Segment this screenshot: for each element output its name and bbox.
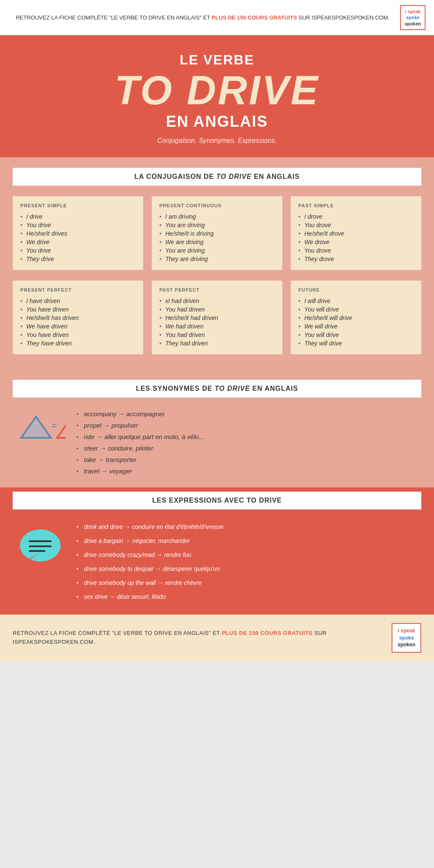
top-logo: i speak spoke spoken [400,5,426,30]
list-item: He/she/it will drive [298,314,414,322]
list-item: I drove [298,212,414,221]
tense-present-perfect: PRESENT PERFECT I have driven You have d… [13,281,143,354]
list-item: You had driven [159,331,275,339]
tense-past-simple-list: I drove You drove He/she/it drove We dro… [298,212,414,263]
expressions-section: LES EXPRESSIONS AVEC TO DRIVE drin [0,487,434,615]
list-item: He/she/it has driven [20,314,136,322]
bottom-banner: RETROUVEZ LA FICHE COMPLÈTE "LE VERBE TO… [0,615,434,661]
list-item: I have driven [20,297,136,305]
tense-present-simple-title: PRESENT SIMPLE [20,203,136,208]
page: RETROUVEZ LA FICHE COMPLÈTE "LE VERBE TO… [0,0,434,661]
synonymes-title: LES SYNONYMES DE TO DRIVE EN ANGLAIS [13,380,421,398]
tense-past-perfect-title: PAST PERFECT [159,287,275,292]
tense-past-perfect-list: xI had driven You had driven He/she/it h… [159,297,275,348]
bottom-highlight1: PLUS DE 150 COURS GRATUITS [222,630,312,636]
list-item: I will drive [298,297,414,305]
synonymes-content: = accompany → accompagner propel → propu… [13,408,421,477]
list-item: You will drive [298,331,414,339]
list-item: He/she/it drove [298,229,414,238]
list-item: You drove [298,221,414,229]
tense-present-perfect-title: PRESENT PERFECT [20,287,136,292]
tense-grid-row2: PRESENT PERFECT I have driven You have d… [13,281,421,354]
top-banner-text1: RETROUVEZ LA FICHE COMPLÈTE "LE VERBE TO… [16,14,210,21]
svg-marker-1 [23,419,49,437]
list-item: We have driven [20,322,136,331]
hero-to-drive: TO DRIVE [8,70,426,111]
hero-le-verbe: LE VERBE [8,52,426,68]
list-item: We had driven [159,322,275,331]
list-item: You will drive [298,305,414,314]
list-item: He/she/it drives [20,229,136,238]
synonymes-title-text1: LES SYNONYMES DE [136,385,212,392]
conjugaison-title: LA CONJUGAISON DE TO DRIVE EN ANGLAIS [13,168,421,186]
svg-marker-3 [57,417,66,438]
synonymes-section: LES SYNONYMES DE TO DRIVE EN ANGLAIS = [0,376,434,487]
top-banner-highlight1: PLUS DE 150 COURS GRATUITS [211,14,297,21]
list-item: You drive [20,221,136,229]
list-item: drive somebody to despair → désespérer q… [76,562,421,576]
tense-present-continuous-title: PRESENT CONTINUOUS [159,203,275,208]
hero-section: LE VERBE TO DRIVE EN ANGLAIS Conjugaison… [0,35,434,157]
conjugaison-title-text2: EN ANGLAIS [254,173,300,180]
synonymes-title-text2: EN ANGLAIS [252,385,298,392]
tense-past-simple-title: PAST SIMPLE [298,203,414,208]
list-item: He/she/it had driven [159,314,275,322]
speech-bubble-icon [17,524,64,571]
bottom-logo-spoken: spoken [397,641,416,648]
expressions-list: drink and drive → conduire en état d'ébr… [76,520,421,604]
bottom-banner-text: RETROUVEZ LA FICHE COMPLÈTE "LE VERBE TO… [13,629,383,647]
tense-grid-row1: PRESENT SIMPLE I drive You drive He/she/… [13,196,421,270]
list-item: They had driven [159,339,275,348]
list-item: ride → aller quelque part en moto, à vél… [76,431,421,442]
tense-present-continuous-list: I am driving You are driving He/she/it i… [159,212,275,263]
list-item: You are driving [159,221,275,229]
list-item: travel → voyager [76,465,421,477]
hero-subtitle: Conjugaison. Synonymes. Expressions. [8,137,426,145]
list-item: xI had driven [159,297,275,305]
logo-spoken: spoken [404,21,421,27]
list-item: drive a bargain → négocier, marchander [76,534,421,548]
logo-speak: i speak [404,8,421,14]
list-item: They have driven [20,339,136,348]
logo-spoke: spoke [404,14,421,20]
expressions-content: drink and drive → conduire en état d'ébr… [13,520,421,604]
list-item: They are driving [159,255,275,263]
list-item: They drive [20,255,136,263]
list-item: propel → propulser [76,420,421,431]
tense-present-continuous: PRESENT CONTINUOUS I am driving You are … [152,196,282,270]
bottom-logo: i speak spoke spoken [392,623,421,653]
tense-past-perfect: PAST PERFECT xI had driven You had drive… [152,281,282,354]
tense-past-simple: PAST SIMPLE I drove You drove He/she/it … [291,196,421,270]
svg-text:=: = [52,421,57,430]
tense-present-simple-list: I drive You drive He/she/it drives We dr… [20,212,136,263]
list-item: You are driving [159,246,275,255]
bottom-text1: RETROUVEZ LA FICHE COMPLÈTE "LE VERBE TO… [13,630,220,636]
list-item: You drive [20,246,136,255]
list-item: You have driven [20,331,136,339]
top-banner-text: RETROUVEZ LA FICHE COMPLÈTE "LE VERBE TO… [8,14,397,22]
top-banner-text2: SUR ISPEAKSPOKESPOKEN.COM. [298,14,389,21]
synonymes-title-italic: TO DRIVE [215,385,250,392]
expressions-title-text: LES EXPRESSIONS AVEC TO DRIVE [152,497,282,504]
tense-present-perfect-list: I have driven You have driven He/she/it … [20,297,136,348]
list-item: We drove [298,238,414,246]
triangle-equals-icon: = [15,412,66,442]
tense-future-list: I will drive You will drive He/she/it wi… [298,297,414,348]
list-item: We drive [20,238,136,246]
list-item: steer → conduire, piloter [76,442,421,454]
list-item: accompany → accompagner [76,408,421,420]
list-item: They will drive [298,339,414,348]
list-item: They drove [298,255,414,263]
list-item: sex drive → désir sexuel, libido [76,590,421,604]
synonymes-icon-area: = [13,408,68,442]
top-banner: RETROUVEZ LA FICHE COMPLÈTE "LE VERBE TO… [0,0,434,35]
list-item: You had driven [159,305,275,314]
expressions-title: LES EXPRESSIONS AVEC TO DRIVE [13,492,421,509]
list-item: You drove [298,246,414,255]
list-item: take → transporter [76,454,421,465]
list-item: You have driven [20,305,136,314]
list-item: I am driving [159,212,275,221]
list-item: We will drive [298,322,414,331]
conjugaison-section: LA CONJUGAISON DE TO DRIVE EN ANGLAIS PR… [0,157,434,376]
chat-icon-area [13,520,68,571]
